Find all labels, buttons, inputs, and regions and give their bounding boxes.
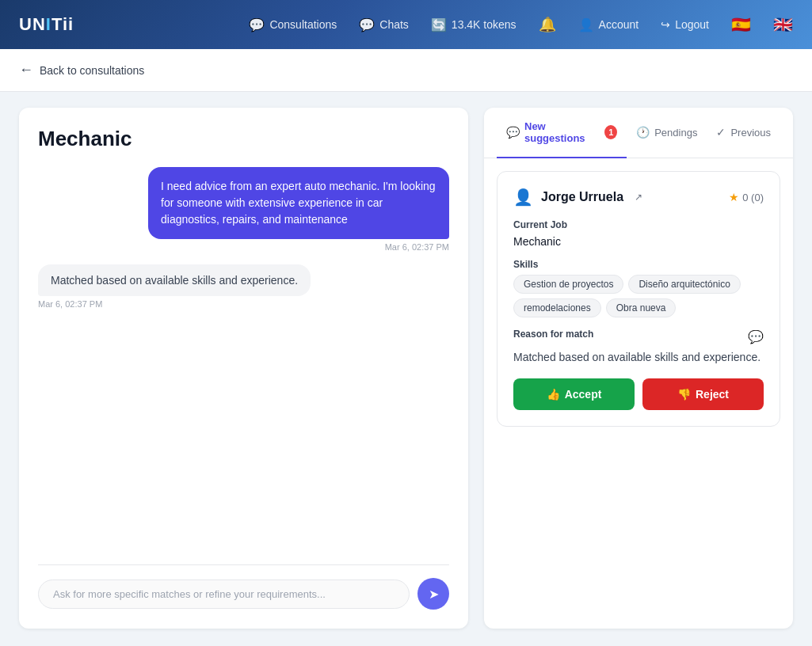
reason-label: Reason for match — [513, 329, 593, 340]
current-job-value: Mechanic — [513, 235, 764, 248]
send-button[interactable]: ➤ — [417, 578, 449, 610]
nav-account[interactable]: 👤 Account — [578, 17, 639, 32]
accept-button[interactable]: 👍 Accept — [513, 378, 635, 410]
tokens-icon: 🔄 — [431, 17, 447, 32]
skill-tag: remodelaciones — [513, 298, 601, 317]
message-wrapper-system: Matched based on available skills and ex… — [38, 264, 449, 309]
tabs: 💬 New suggestions 1 🕐 Pendings ✓ Previou… — [484, 108, 793, 158]
message-user: I need advice from an expert auto mechan… — [148, 167, 449, 239]
reason-header: Reason for match 💬 — [513, 329, 764, 344]
star-icon: ★ — [729, 191, 739, 203]
rating-value: 0 (0) — [742, 192, 764, 203]
nav-tokens[interactable]: 🔄 13.4K tokens — [431, 17, 517, 32]
skill-tag: Diseño arquitectónico — [628, 275, 740, 294]
chat-input[interactable] — [38, 580, 410, 609]
skills-list: Gestion de proyectos Diseño arquitectóni… — [513, 275, 764, 317]
card-header: 👤 Jorge Urruela ↗ ★ 0 (0) — [513, 188, 764, 207]
reason-section: Reason for match 💬 Matched based on avai… — [513, 329, 764, 366]
message-system-text: Matched based on available skills and ex… — [51, 274, 298, 287]
nav-logout-label: Logout — [675, 18, 709, 31]
accept-label: Accept — [565, 388, 602, 401]
user-name: Jorge Urruela — [541, 190, 623, 204]
tab-new-suggestions[interactable]: 💬 New suggestions 1 — [497, 108, 627, 158]
reject-label: Reject — [696, 388, 729, 401]
logout-icon: ↪ — [661, 18, 670, 31]
chats-icon: 💬 — [359, 17, 375, 32]
skill-tag: Gestion de proyectos — [513, 275, 623, 294]
thumbs-up-icon: 👍 — [547, 388, 560, 401]
back-to-consultations-link[interactable]: ← Back to consultations — [19, 62, 793, 78]
right-panel: 💬 New suggestions 1 🕐 Pendings ✓ Previou… — [484, 108, 793, 629]
account-icon: 👤 — [578, 17, 594, 32]
nav-chats-label: Chats — [379, 18, 409, 31]
external-link-icon[interactable]: ↗ — [635, 192, 642, 203]
chat-area: I need advice from an expert auto mechan… — [38, 167, 449, 552]
left-panel: Mechanic I need advice from an expert au… — [19, 108, 468, 629]
rating: ★ 0 (0) — [729, 191, 764, 203]
message-system: Matched based on available skills and ex… — [38, 264, 311, 296]
nav-chats[interactable]: 💬 Chats — [359, 17, 409, 32]
reason-text: Matched based on available skills and ex… — [513, 349, 764, 366]
card-actions: 👍 Accept 👎 Reject — [513, 378, 764, 410]
main-content: Mechanic I need advice from an expert au… — [0, 92, 812, 644]
logo: UNITii — [19, 14, 74, 35]
tab-previous[interactable]: ✓ Previous — [707, 113, 780, 153]
consultation-title: Mechanic — [38, 127, 449, 151]
nav: 💬 Consultations 💬 Chats 🔄 13.4K tokens 🔔… — [249, 15, 793, 34]
tab-previous-label: Previous — [730, 127, 771, 139]
tab-pendings-label: Pendings — [654, 127, 697, 139]
tab-pendings[interactable]: 🕐 Pendings — [627, 113, 707, 153]
message-user-time: Mar 6, 02:37 PM — [385, 242, 449, 252]
thumbs-down-icon: 👎 — [677, 388, 691, 401]
header: UNITii 💬 Consultations 💬 Chats 🔄 13.4K t… — [0, 0, 812, 49]
user-avatar-icon: 👤 — [513, 188, 533, 207]
message-wrapper-user: I need advice from an expert auto mechan… — [38, 167, 449, 252]
nav-consultations-label: Consultations — [269, 18, 337, 31]
sub-header: ← Back to consultations — [0, 49, 812, 92]
tab-new-suggestions-label: New suggestions — [524, 120, 600, 144]
nav-consultations[interactable]: 💬 Consultations — [249, 17, 337, 32]
send-icon: ➤ — [429, 587, 439, 602]
new-suggestions-icon: 💬 — [506, 126, 520, 139]
new-suggestions-badge: 1 — [604, 125, 617, 139]
suggestion-card: 👤 Jorge Urruela ↗ ★ 0 (0) Current Job Me… — [497, 171, 780, 427]
nav-logout[interactable]: ↪ Logout — [661, 18, 709, 31]
message-system-time: Mar 6, 02:37 PM — [38, 299, 102, 309]
skill-tag: Obra nueva — [606, 298, 677, 317]
back-to-consultations-label: Back to consultations — [40, 64, 144, 77]
nav-tokens-label: 13.4K tokens — [452, 18, 517, 31]
skills-section: Skills Gestion de proyectos Diseño arqui… — [513, 259, 764, 317]
current-job-label: Current Job — [513, 219, 764, 230]
flag-spain[interactable]: 🇪🇸 — [731, 15, 751, 34]
nav-account-label: Account — [599, 18, 639, 31]
back-arrow-icon: ← — [19, 62, 33, 78]
notification-bell-icon[interactable]: 🔔 — [539, 16, 556, 33]
flag-uk[interactable]: 🇬🇧 — [773, 15, 793, 34]
message-user-text: I need advice from an expert auto mechan… — [161, 180, 436, 226]
skills-label: Skills — [513, 259, 764, 270]
current-job-section: Current Job Mechanic — [513, 219, 764, 248]
previous-icon: ✓ — [716, 126, 726, 139]
chat-input-area: ➤ — [38, 564, 449, 610]
pendings-icon: 🕐 — [636, 126, 650, 139]
reject-button[interactable]: 👎 Reject — [642, 378, 764, 410]
comment-icon[interactable]: 💬 — [748, 329, 764, 344]
consultations-icon: 💬 — [249, 17, 265, 32]
user-info: 👤 Jorge Urruela ↗ — [513, 188, 642, 207]
